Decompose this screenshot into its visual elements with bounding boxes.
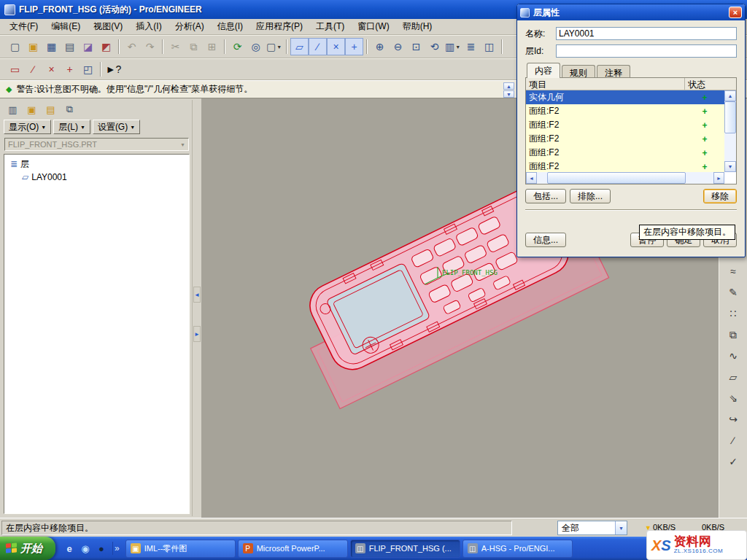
pencil-edit-icon[interactable]: ✎ (724, 284, 743, 301)
style-wave-icon[interactable]: ≈ (724, 262, 743, 280)
undo-icon[interactable]: ↶ (123, 38, 141, 55)
datum-point-toggle-icon[interactable]: × (327, 38, 345, 55)
sketch-csys-icon[interactable]: + (61, 61, 79, 78)
window-panes-icon[interactable]: ⧉ (61, 102, 78, 117)
sketch-point-icon[interactable]: × (42, 61, 61, 78)
qq-icon[interactable]: ● (95, 542, 108, 555)
layer-id-input[interactable] (556, 44, 737, 58)
remove-button[interactable]: 移除 (703, 189, 737, 203)
ie-icon[interactable]: e (63, 542, 76, 555)
layer-tree-item-lay0001[interactable]: ▱ LAY0001 (6, 171, 187, 184)
datum-plane-toggle-icon[interactable]: ▱ (290, 38, 309, 55)
erase-display-icon[interactable]: ◪ (79, 38, 97, 55)
tab-notes[interactable]: 注释 (597, 65, 630, 78)
new-layer-folder-icon[interactable]: ▤ (42, 102, 59, 117)
reorient-icon[interactable]: ⟲ (425, 38, 444, 55)
paste-icon[interactable]: ⊞ (203, 38, 221, 55)
tab-rules[interactable]: 规则 (562, 65, 595, 78)
open-file-icon[interactable]: ▣ (24, 38, 42, 55)
layer-name-input[interactable] (556, 27, 737, 40)
refit-icon[interactable]: ⊡ (407, 38, 425, 55)
menu-edit[interactable]: 编辑(E) (44, 18, 87, 35)
active-model-combo[interactable]: FLIP_FRONT_HSG.PRT ▼ (4, 138, 189, 151)
quick-launch-overflow-icon[interactable]: » (115, 543, 120, 553)
datum-csys-toggle-icon[interactable]: + (345, 38, 363, 55)
copy-icon[interactable]: ⧉ (185, 38, 203, 55)
layer-item-row[interactable]: 面组:F2 + (526, 132, 724, 146)
scroll-left-icon[interactable]: ◄ (526, 172, 537, 184)
layer-menu-button[interactable]: 层(L)▼ (53, 120, 90, 134)
datum-plane-tool-icon[interactable]: ▱ (724, 368, 743, 386)
messenger-icon[interactable]: ◉ (79, 542, 92, 555)
datum-axis-toggle-icon[interactable]: ∕ (309, 38, 327, 55)
model-tree-columns-icon[interactable]: ▥ (4, 102, 21, 117)
settings-menu-button[interactable]: 设置(G)▼ (93, 120, 140, 134)
scroll-down-icon[interactable]: ▼ (724, 161, 736, 172)
scrollbar-thumb[interactable] (547, 172, 686, 184)
panel-splitter[interactable]: ◄ ► (193, 98, 201, 518)
scroll-up-icon[interactable]: ▲ (724, 90, 736, 101)
sketch-line-icon[interactable]: ∕ (24, 61, 42, 78)
grid-pattern-icon[interactable]: ∷ (724, 305, 743, 322)
menu-info[interactable]: 信息(I) (211, 18, 249, 35)
project-arrow-icon[interactable]: ⇘ (724, 389, 743, 407)
menu-file[interactable]: 文件(F) (3, 18, 44, 35)
curve-arrow-icon[interactable]: ↪ (724, 411, 743, 428)
layer-item-row[interactable]: 面组:F2 + (526, 160, 724, 172)
task-a-hsg[interactable]: ◫ A-HSG - Pro/ENGI... (462, 540, 573, 558)
sketcher-profile-icon[interactable]: ▭ (6, 61, 24, 78)
selection-filter-icon[interactable]: ▢▼ (265, 38, 283, 55)
view-manager-icon[interactable]: ◫ (480, 38, 498, 55)
vertical-scrollbar[interactable]: ▲ ▼ (724, 90, 736, 172)
zoom-out-icon[interactable]: ⊖ (389, 38, 407, 55)
menu-insert[interactable]: 插入(I) (129, 18, 168, 35)
collapse-panel-icon[interactable]: ◄ (193, 287, 201, 303)
menu-analysis[interactable]: 分析(A) (169, 18, 211, 35)
spline-curve-icon[interactable]: ∿ (724, 347, 743, 365)
save-icon[interactable]: ▦ (42, 38, 61, 55)
tab-content[interactable]: 内容 (527, 63, 560, 78)
layer-tree-root[interactable]: ≣ 层 (6, 158, 187, 171)
saved-views-icon[interactable]: ▥▼ (444, 38, 462, 55)
menu-tools[interactable]: 工具(T) (309, 18, 351, 35)
axis-line-icon[interactable]: ∕ (724, 432, 743, 449)
scroll-down-icon[interactable]: ▼ (503, 90, 514, 98)
cut-icon[interactable]: ✂ (166, 38, 185, 55)
scrollbar-thumb[interactable] (724, 101, 736, 133)
chevron-down-icon[interactable]: ▼ (615, 521, 627, 534)
delete-old-versions-icon[interactable]: ◩ (97, 38, 115, 55)
menu-applications[interactable]: 应用程序(P) (249, 18, 309, 35)
task-flip-front-hsg[interactable]: ◫ FLIP_FRONT_HSG (... (350, 540, 460, 558)
layer-item-row[interactable]: 面组:F2 + (526, 118, 724, 132)
task-iml-drawing[interactable]: ▣ IML--零件图 (125, 540, 236, 558)
task-powerpoint[interactable]: P Microsoft PowerP... (238, 540, 348, 558)
info-button[interactable]: 信息... (525, 233, 566, 247)
exclude-button[interactable]: 排除... (570, 189, 611, 203)
close-icon[interactable]: × (729, 7, 742, 18)
sketch-rect-icon[interactable]: ◰ (79, 61, 97, 78)
regenerate-icon[interactable]: ⟳ (228, 38, 247, 55)
menu-help[interactable]: 帮助(H) (396, 18, 439, 35)
redo-icon[interactable]: ↷ (141, 38, 159, 55)
zoom-in-icon[interactable]: ⊕ (371, 38, 389, 55)
menu-view[interactable]: 视图(V) (87, 18, 129, 35)
start-button[interactable]: 开始 (0, 537, 55, 560)
layer-item-row[interactable]: 面组:F2 + (526, 146, 724, 160)
filter-combo[interactable]: 全部 ▼ (557, 521, 627, 535)
layer-item-row[interactable]: 面组:F2 + (526, 104, 724, 118)
check-icon[interactable]: ✓ (724, 453, 743, 470)
print-icon[interactable]: ▤ (61, 38, 79, 55)
scroll-right-icon[interactable]: ► (713, 172, 724, 184)
expand-panel-icon[interactable]: ► (193, 326, 201, 342)
new-file-icon[interactable]: ▢ (6, 38, 24, 55)
layer-item-row[interactable]: 实体几何 + (526, 90, 724, 104)
find-icon[interactable]: ◎ (247, 38, 265, 55)
dialog-titlebar[interactable]: 层属性 × (517, 4, 745, 20)
show-folder-icon[interactable]: ▣ (23, 102, 40, 117)
scroll-up-icon[interactable]: ▲ (503, 82, 514, 90)
context-help-icon[interactable]: ►? (104, 61, 123, 78)
layer-display-icon[interactable]: ≣ (462, 38, 480, 55)
include-button[interactable]: 包括... (525, 189, 566, 203)
layer-stack-icon[interactable]: ⧉ (724, 326, 743, 343)
show-menu-button[interactable]: 显示(O)▼ (4, 120, 51, 134)
